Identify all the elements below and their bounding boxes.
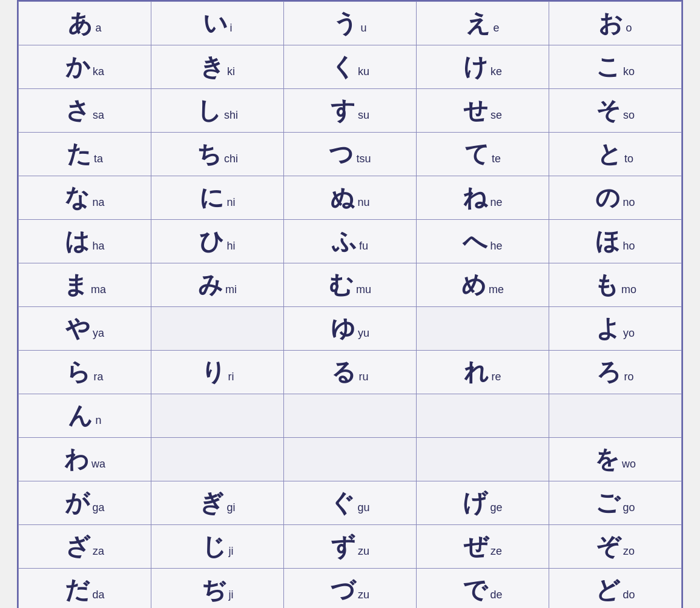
cell-content: やya: [65, 312, 104, 345]
romaji-text: no: [622, 196, 635, 209]
romaji-text: de: [490, 589, 502, 601]
hiragana-cell: けke: [417, 45, 549, 89]
romaji-text: se: [490, 109, 502, 122]
romaji-text: mi: [225, 283, 237, 296]
romaji-text: sa: [93, 109, 104, 122]
hiragana-cell: あa: [19, 2, 151, 45]
romaji-text: ha: [92, 240, 104, 253]
kana-character: ん: [68, 399, 93, 432]
hiragana-cell: ずzu: [284, 525, 417, 569]
table-row: かkaきkiくkuけkeこko: [19, 45, 682, 89]
romaji-text: zu: [358, 545, 369, 558]
cell-content: とto: [597, 137, 633, 171]
kana-character: ぐ: [330, 486, 355, 520]
romaji-text: ko: [623, 65, 635, 78]
kana-character: ね: [463, 181, 487, 214]
kana-character: ざ: [65, 530, 90, 563]
table-row: わwaをwo: [19, 438, 682, 481]
romaji-text: ze: [490, 545, 502, 558]
hiragana-cell: せse: [417, 89, 549, 133]
romaji-text: ne: [490, 196, 502, 209]
romaji-text: o: [626, 22, 632, 35]
table-row: さsaしshiすsuせseそso: [19, 89, 682, 133]
kana-character: へ: [463, 225, 487, 258]
cell-content: ぬnu: [330, 181, 369, 214]
hiragana-cell: ぜze: [417, 525, 549, 569]
romaji-text: do: [622, 589, 635, 601]
cell-content: おo: [598, 7, 632, 40]
kana-character: す: [331, 94, 355, 127]
kana-character: ず: [331, 530, 355, 563]
romaji-text: shi: [224, 109, 238, 122]
cell-content: わwa: [64, 443, 105, 476]
kana-character: ぜ: [463, 530, 488, 563]
hiragana-cell: [284, 438, 417, 481]
table-row: まmaみmiむmuめmeもmo: [19, 263, 682, 307]
cell-content: づzu: [331, 573, 369, 607]
hiragana-cell: むmu: [284, 263, 417, 307]
cell-content: あa: [68, 7, 101, 40]
kana-character: あ: [68, 7, 93, 40]
kana-character: ほ: [595, 225, 620, 258]
romaji-text: tsu: [356, 153, 371, 165]
kana-character: よ: [596, 312, 621, 345]
kana-character: に: [199, 181, 224, 214]
cell-content: こko: [596, 50, 635, 84]
romaji-text: yo: [623, 327, 635, 340]
hiragana-cell: づzu: [284, 569, 417, 609]
kana-character: ぢ: [202, 573, 226, 607]
table-row: んn: [19, 394, 682, 438]
cell-content: どdo: [595, 573, 635, 607]
romaji-text: ro: [624, 371, 633, 383]
hiragana-cell: [417, 438, 549, 481]
romaji-text: za: [93, 545, 104, 558]
romaji-text: n: [95, 414, 101, 427]
cell-content: ほho: [595, 225, 635, 258]
hiragana-cell: きki: [151, 45, 284, 89]
table-row: だdaぢjiづzuでdeどdo: [19, 569, 682, 609]
cell-content: ざza: [65, 530, 104, 563]
hiragana-cell: れre: [417, 351, 549, 394]
table-row: がgaぎgiぐguげgeごgo: [19, 481, 682, 525]
kana-character: ど: [595, 573, 620, 607]
hiragana-cell: もmo: [549, 263, 682, 307]
cell-content: つtsu: [329, 137, 371, 171]
table-row: たtaちchiつtsuてteとto: [19, 133, 682, 176]
romaji-text: ji: [229, 589, 234, 601]
hiragana-cell: るru: [284, 351, 417, 394]
cell-content: くku: [331, 50, 369, 84]
romaji-text: zo: [623, 545, 635, 558]
hiragana-cell: やya: [19, 307, 151, 351]
hiragana-cell: なna: [19, 176, 151, 220]
cell-content: めme: [461, 268, 504, 302]
kana-character: ふ: [332, 225, 357, 258]
cell-content: らra: [66, 355, 103, 389]
romaji-text: wa: [91, 458, 105, 471]
cell-content: ぢji: [202, 573, 234, 607]
romaji-text: gi: [226, 501, 235, 514]
cell-content: ねne: [463, 181, 502, 214]
cell-content: んn: [68, 399, 101, 432]
hiragana-cell: [151, 307, 284, 351]
cell-content: ろro: [596, 355, 633, 389]
hiragana-cell: んn: [19, 394, 151, 438]
cell-content: のno: [595, 181, 635, 214]
kana-character: ち: [197, 137, 222, 171]
kana-character: た: [67, 137, 91, 171]
hiragana-cell: まma: [19, 263, 151, 307]
kana-character: き: [200, 50, 225, 84]
kana-character: し: [197, 94, 222, 127]
cell-content: たta: [67, 137, 103, 171]
kana-character: げ: [463, 486, 487, 520]
romaji-text: ri: [228, 371, 234, 383]
romaji-text: mo: [621, 283, 636, 296]
romaji-text: mu: [356, 283, 371, 296]
hiragana-cell: ひhi: [151, 220, 284, 263]
hiragana-cell: しshi: [151, 89, 284, 133]
hiragana-cell: こko: [549, 45, 682, 89]
cell-content: いi: [203, 7, 233, 40]
cell-content: ぐgu: [330, 486, 369, 520]
hiragana-cell: くku: [284, 45, 417, 89]
table-row: ざzaじjiずzuぜzeぞzo: [19, 525, 682, 569]
hiragana-cell: [284, 394, 417, 438]
